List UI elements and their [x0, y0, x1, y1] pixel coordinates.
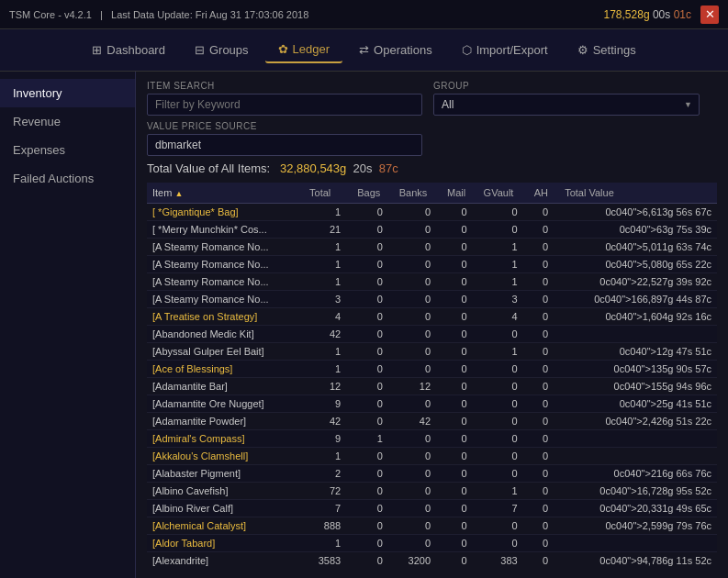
item-name: [Abyssal Gulper Eel Bait]	[147, 343, 304, 361]
group-label: GROUP	[433, 81, 700, 91]
close-button[interactable]: ✕	[700, 6, 719, 24]
item-name: [Albino Cavefish]	[147, 483, 304, 500]
table-row: [Albino Cavefish]72000100c040">16,728g 9…	[147, 483, 717, 500]
item-total-value	[559, 535, 717, 552]
inventory-table: Item ▲ Total Bags Banks Mail GVault AH T…	[147, 183, 717, 569]
total-value-display: Total Value of All Items: 32,880,543g 20…	[147, 161, 717, 175]
item-total-value: 0c040">166,897g 44s 87c	[559, 291, 717, 308]
nav-item-import-export[interactable]: ⬡ Import/Export	[449, 38, 561, 62]
item-name[interactable]: [Akkalou's Clamshell]	[147, 448, 304, 465]
col-total: Total	[304, 183, 352, 204]
app-title: TSM Core - v4.2.1 | Last Data Update: Fr…	[9, 9, 308, 20]
nav-label-settings: Settings	[593, 43, 636, 57]
table-row: [A Treatise on Strategy]4000400c040">1,6…	[147, 308, 717, 326]
sidebar-item-failed-auctions[interactable]: Failed Auctions	[0, 164, 135, 193]
value-price-row: VALUE PRICE SOURCE	[147, 121, 717, 156]
nav-label-import-export: Import/Export	[476, 43, 548, 57]
import-export-icon: ⬡	[462, 43, 472, 57]
main-layout: Inventory Revenue Expenses Failed Auctio…	[0, 72, 728, 578]
col-banks: Banks	[394, 183, 442, 204]
item-name[interactable]: [ *Gigantique* Bag]	[147, 204, 304, 221]
nav-item-operations[interactable]: ⇄ Operations	[346, 38, 445, 62]
table-row: [Adamantite Powder]420420000c040">2,426g…	[147, 413, 717, 430]
table-row: [A Steamy Romance No...1000100c040">5,01…	[147, 239, 717, 256]
table-row: [ *Gigantique* Bag]1000000c040">6,613g 5…	[147, 204, 717, 221]
group-select-wrapper: All	[433, 94, 700, 116]
item-name[interactable]: [Alchemical Catalyst]	[147, 517, 304, 535]
nav-label-groups: Groups	[209, 43, 249, 57]
col-ah: AH	[529, 183, 560, 204]
table-row: [Abandoned Medic Kit]4200000	[147, 326, 717, 343]
table-row: [Abyssal Gulper Eel Bait]1000100c040">12…	[147, 343, 717, 361]
item-name[interactable]: [A Treatise on Strategy]	[147, 308, 304, 326]
group-select[interactable]: All	[433, 94, 700, 116]
ledger-icon: ✿	[278, 42, 288, 56]
value-price-input[interactable]	[147, 134, 422, 156]
item-name: [Abandoned Medic Kit]	[147, 326, 304, 343]
item-name[interactable]: [Admiral's Compass]	[147, 430, 304, 448]
col-mail: Mail	[442, 183, 478, 204]
item-name: [Albino River Calf]	[147, 500, 304, 517]
sidebar-item-expenses[interactable]: Expenses	[0, 136, 135, 164]
nav-bar: ⊞ Dashboard ⊟ Groups ✿ Ledger ⇄ Operatio…	[0, 29, 728, 72]
item-total-value	[559, 448, 717, 465]
sidebar-item-inventory[interactable]: Inventory	[0, 79, 135, 107]
group-filter-group: GROUP All	[433, 81, 700, 116]
inventory-table-container: Item ▲ Total Bags Banks Mail GVault AH T…	[147, 183, 717, 569]
nav-item-groups[interactable]: ⊟ Groups	[182, 38, 262, 62]
item-name: [ *Merry Munchkin* Cos...	[147, 221, 304, 239]
table-row: [Albino River Calf]7000700c040">20,331g …	[147, 500, 717, 517]
item-name: [Adamantite Powder]	[147, 413, 304, 430]
item-total-value: 0c040">5,011g 63s 74c	[559, 239, 717, 256]
settings-icon: ⚙	[577, 43, 588, 57]
nav-label-dashboard: Dashboard	[106, 43, 165, 57]
item-total-value: 0c040">216g 66s 76c	[559, 465, 717, 483]
item-total-value: 0c040">135g 90s 57c	[559, 361, 717, 378]
search-row: ITEM SEARCH GROUP All	[147, 81, 717, 116]
item-total-value	[559, 430, 717, 448]
item-total-value: 0c040">5,080g 65s 22c	[559, 256, 717, 273]
table-row: [A Steamy Romance No...3000300c040">166,…	[147, 291, 717, 308]
table-row: [ *Merry Munchkin* Cos...21000000c040">6…	[147, 221, 717, 239]
item-name[interactable]: [Aldor Tabard]	[147, 535, 304, 552]
item-total-value: 0c040">1,604g 92s 16c	[559, 308, 717, 326]
gold-display: 178,528g 00s 01c	[604, 8, 691, 21]
item-name: [A Steamy Romance No...	[147, 239, 304, 256]
item-total-value: 0c040">2,426g 51s 22c	[559, 413, 717, 430]
table-row: [Alchemical Catalyst]888000000c040">2,59…	[147, 517, 717, 535]
table-row: [Aldor Tabard]100000	[147, 535, 717, 552]
item-name[interactable]: [Ace of Blessings]	[147, 361, 304, 378]
table-row: [Admiral's Compass]910000	[147, 430, 717, 448]
operations-icon: ⇄	[359, 43, 369, 57]
sidebar: Inventory Revenue Expenses Failed Auctio…	[0, 72, 136, 578]
table-body: [ *Gigantique* Bag]1000000c040">6,613g 5…	[147, 204, 717, 570]
table-row: [Ace of Blessings]1000000c040">135g 90s …	[147, 361, 717, 378]
nav-item-settings[interactable]: ⚙ Settings	[565, 38, 649, 62]
item-name: [Alexandrite]	[147, 552, 304, 570]
col-gvault: GVault	[478, 183, 529, 204]
item-total-value: 0c040">2,599g 79s 76c	[559, 517, 717, 535]
nav-item-ledger[interactable]: ✿ Ledger	[265, 37, 342, 63]
item-search-input[interactable]	[147, 94, 422, 116]
item-name: [A Steamy Romance No...	[147, 291, 304, 308]
item-total-value: 0c040">155g 94s 96c	[559, 378, 717, 395]
nav-label-ledger: Ledger	[293, 42, 330, 56]
col-bags: Bags	[352, 183, 394, 204]
item-name: [A Steamy Romance No...	[147, 256, 304, 273]
item-total-value: 0c040">22,527g 39s 92c	[559, 273, 717, 291]
item-name: [Alabaster Pigment]	[147, 465, 304, 483]
item-total-value: 0c040">6,613g 56s 67c	[559, 204, 717, 221]
table-row: [Akkalou's Clamshell]100000	[147, 448, 717, 465]
item-total-value: 0c040">63g 75s 39c	[559, 221, 717, 239]
item-name: [Adamantite Bar]	[147, 378, 304, 395]
item-total-value	[559, 326, 717, 343]
groups-icon: ⊟	[195, 43, 205, 57]
item-total-value: 0c040">25g 41s 51c	[559, 395, 717, 413]
total-silver: 20s	[350, 161, 375, 175]
sidebar-item-revenue[interactable]: Revenue	[0, 107, 135, 136]
item-total-value: 0c040">16,728g 95s 52c	[559, 483, 717, 500]
col-item[interactable]: Item ▲	[147, 183, 304, 204]
nav-item-dashboard[interactable]: ⊞ Dashboard	[79, 38, 178, 62]
col-total-value: Total Value	[559, 183, 717, 204]
value-price-label: VALUE PRICE SOURCE	[147, 121, 422, 131]
